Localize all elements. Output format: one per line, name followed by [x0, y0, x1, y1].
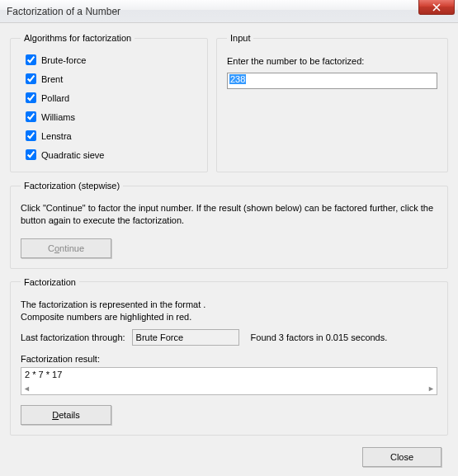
algo-label: Pollard [41, 93, 69, 103]
number-input-wrap[interactable]: 238 [227, 73, 437, 89]
algo-row-lenstra: Lenstra [26, 130, 197, 141]
algo-row-pollard: Pollard [26, 92, 197, 103]
algo-row-brent: Brent [26, 73, 197, 84]
found-factors-text: Found 3 factors in 0.015 seconds. [251, 332, 388, 342]
stepwise-legend: Factorization (stepwise) [21, 181, 123, 191]
algo-row-brute-force: Brute-force [26, 54, 197, 65]
number-input[interactable]: 238 [229, 74, 246, 84]
factorization-desc: The factorization is represented in the … [21, 299, 437, 323]
stepwise-text: Click "Continue" to factor the input num… [21, 202, 437, 227]
scroll-left-icon[interactable]: ◄ [23, 384, 31, 393]
dialog-body: Algorithms for factorization Brute-force… [0, 23, 458, 476]
close-icon [432, 3, 441, 12]
algo-label: Williams [41, 112, 75, 122]
input-group: Input Enter the number to be factorized:… [216, 33, 448, 172]
scroll-right-icon[interactable]: ► [427, 384, 435, 393]
algo-label: Lenstra [41, 131, 72, 141]
title-bar: Factorization of a Number [0, 0, 458, 23]
algo-row-quadratic-sieve: Quadratic sieve [26, 149, 197, 160]
factorization-legend: Factorization [21, 277, 79, 287]
algo-label: Brute-force [41, 55, 86, 65]
algorithms-group: Algorithms for factorization Brute-force… [10, 33, 208, 172]
algo-row-williams: Williams [26, 111, 197, 122]
algo-label: Brent [41, 74, 63, 84]
algo-checkbox-quadratic-sieve[interactable] [26, 149, 36, 160]
result-label: Factorization result: [21, 354, 437, 364]
algo-checkbox-pollard[interactable] [26, 92, 36, 103]
factorization-group: Factorization The factorization is repre… [10, 277, 448, 436]
result-value: 2 * 7 * 17 [25, 370, 62, 379]
stepwise-group: Factorization (stepwise) Click "Continue… [10, 181, 448, 269]
result-field[interactable]: 2 * 7 * 17 ◄ ► [21, 367, 437, 395]
close-button[interactable]: Close [362, 447, 441, 467]
input-legend: Input [227, 33, 253, 43]
algo-label: Quadratic sieve [41, 150, 104, 160]
algo-checkbox-williams[interactable] [26, 111, 36, 122]
window-close-button[interactable] [418, 0, 455, 15]
window-title: Factorization of a Number [7, 6, 120, 17]
last-method-field [132, 329, 239, 346]
input-label: Enter the number to be factorized: [227, 56, 437, 66]
algo-checkbox-lenstra[interactable] [26, 130, 36, 141]
algorithms-legend: Algorithms for factorization [21, 33, 135, 43]
last-method-label: Last factorization through: [21, 332, 125, 342]
algo-checkbox-brent[interactable] [26, 73, 36, 84]
result-scrollbar[interactable]: ◄ ► [21, 383, 437, 394]
algo-checkbox-brute-force[interactable] [26, 54, 36, 65]
details-button[interactable]: Details [21, 405, 111, 425]
continue-button[interactable]: Continue [21, 238, 111, 258]
